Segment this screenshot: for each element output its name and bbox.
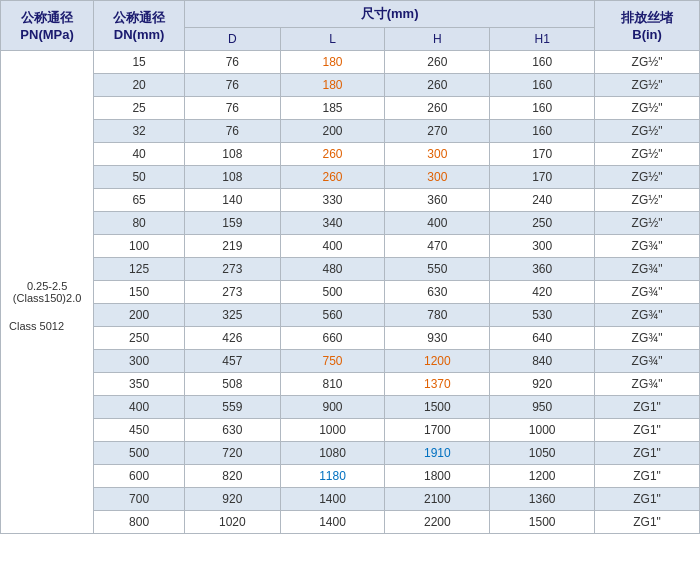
d-cell: 140: [185, 189, 281, 212]
table-row: 3276200270160ZG½": [1, 120, 700, 143]
b-cell: ZG1": [595, 396, 700, 419]
dn-cell: 700: [94, 488, 185, 511]
h1-cell: 170: [490, 166, 595, 189]
h-cell: 270: [385, 120, 490, 143]
h-cell: 1200: [385, 350, 490, 373]
h1-cell: 160: [490, 120, 595, 143]
h-cell: 260: [385, 97, 490, 120]
dn-cell: 600: [94, 465, 185, 488]
l-cell: 400: [280, 235, 385, 258]
table-row: 65140330360240ZG½": [1, 189, 700, 212]
l-cell: 260: [280, 143, 385, 166]
h1-cell: 1200: [490, 465, 595, 488]
d-cell: 76: [185, 97, 281, 120]
h-cell: 630: [385, 281, 490, 304]
h-cell: 260: [385, 51, 490, 74]
h-cell: 1800: [385, 465, 490, 488]
b-cell: ZG¾": [595, 304, 700, 327]
dn-cell: 400: [94, 396, 185, 419]
dn-cell: 500: [94, 442, 185, 465]
d-cell: 920: [185, 488, 281, 511]
l-cell: 340: [280, 212, 385, 235]
dn-cell: 150: [94, 281, 185, 304]
table-row: 40108260300170ZG½": [1, 143, 700, 166]
l-cell: 180: [280, 74, 385, 97]
table-row: 700920140021001360ZG1": [1, 488, 700, 511]
table-row: 80159340400250ZG½": [1, 212, 700, 235]
l-cell: 900: [280, 396, 385, 419]
b-cell: ZG¾": [595, 373, 700, 396]
b-cell: ZG¾": [595, 281, 700, 304]
table-row: 200325560780530ZG¾": [1, 304, 700, 327]
table-row: 125273480550360ZG¾": [1, 258, 700, 281]
l-cell: 1000: [280, 419, 385, 442]
h1-cell: 950: [490, 396, 595, 419]
h-cell: 1700: [385, 419, 490, 442]
h-cell: 1370: [385, 373, 490, 396]
dn-cell: 15: [94, 51, 185, 74]
drain-header: 排放丝堵B(in): [595, 1, 700, 51]
d-cell: 1020: [185, 511, 281, 534]
l-cell: 750: [280, 350, 385, 373]
l-cell: 260: [280, 166, 385, 189]
d-cell: 76: [185, 51, 281, 74]
h1-cell: 530: [490, 304, 595, 327]
h1-cell: 420: [490, 281, 595, 304]
l-header: L: [280, 28, 385, 51]
dn-cell: 25: [94, 97, 185, 120]
b-cell: ZG¾": [595, 327, 700, 350]
dn-cell: 200: [94, 304, 185, 327]
l-cell: 1400: [280, 488, 385, 511]
d-cell: 720: [185, 442, 281, 465]
d-cell: 76: [185, 74, 281, 97]
l-cell: 1080: [280, 442, 385, 465]
l-cell: 480: [280, 258, 385, 281]
h1-cell: 240: [490, 189, 595, 212]
d-cell: 820: [185, 465, 281, 488]
table-row: 50108260300170ZG½": [1, 166, 700, 189]
h-cell: 400: [385, 212, 490, 235]
dn-cell: 100: [94, 235, 185, 258]
b-cell: ZG½": [595, 143, 700, 166]
d-cell: 426: [185, 327, 281, 350]
dn-cell: 125: [94, 258, 185, 281]
d-cell: 273: [185, 258, 281, 281]
h1-cell: 160: [490, 74, 595, 97]
b-cell: ZG1": [595, 442, 700, 465]
main-header-row: 公称通径PN(MPa) 公称通径DN(mm) 尺寸(mm) 排放丝堵B(in): [1, 1, 700, 28]
b-cell: ZG1": [595, 465, 700, 488]
l-cell: 810: [280, 373, 385, 396]
h-cell: 360: [385, 189, 490, 212]
table-row: 2576185260160ZG½": [1, 97, 700, 120]
d-cell: 76: [185, 120, 281, 143]
dn-header: 公称通径DN(mm): [94, 1, 185, 51]
b-cell: ZG1": [595, 488, 700, 511]
d-cell: 108: [185, 166, 281, 189]
d-cell: 108: [185, 143, 281, 166]
dn-cell: 32: [94, 120, 185, 143]
d-cell: 630: [185, 419, 281, 442]
h1-cell: 160: [490, 97, 595, 120]
dn-cell: 800: [94, 511, 185, 534]
h1-cell: 360: [490, 258, 595, 281]
h1-cell: 840: [490, 350, 595, 373]
h-cell: 550: [385, 258, 490, 281]
table-row: 3004577501200840ZG¾": [1, 350, 700, 373]
pn-cell: 0.25-2.5(Class150)2.0: [1, 51, 94, 534]
b-cell: ZG½": [595, 212, 700, 235]
b-cell: ZG¾": [595, 258, 700, 281]
l-cell: 330: [280, 189, 385, 212]
d-cell: 457: [185, 350, 281, 373]
h-cell: 260: [385, 74, 490, 97]
h1-cell: 250: [490, 212, 595, 235]
table-row: 4005599001500950ZG1": [1, 396, 700, 419]
d-cell: 219: [185, 235, 281, 258]
h1-header: H1: [490, 28, 595, 51]
class-label: Class 5012: [7, 320, 66, 332]
h-cell: 930: [385, 327, 490, 350]
h1-cell: 160: [490, 51, 595, 74]
table-row: 600820118018001200ZG1": [1, 465, 700, 488]
h1-cell: 640: [490, 327, 595, 350]
data-table: 公称通径PN(MPa) 公称通径DN(mm) 尺寸(mm) 排放丝堵B(in) …: [0, 0, 700, 534]
b-cell: ZG½": [595, 166, 700, 189]
